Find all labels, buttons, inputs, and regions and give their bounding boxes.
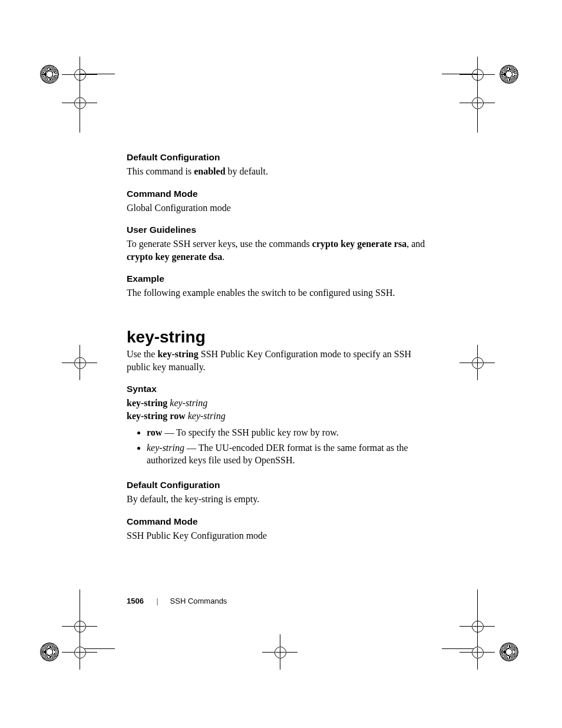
heading-syntax: Syntax xyxy=(127,373,433,396)
syntax-line-1: key-string key-string xyxy=(127,398,433,409)
footer-separator: | xyxy=(157,597,168,605)
text-example: The following example enables the switch… xyxy=(127,286,433,299)
command-description: Use the key-string SSH Public Key Config… xyxy=(127,348,433,373)
registration-mark-icon xyxy=(56,339,103,386)
text-default-configuration-1: This command is enabled by default. xyxy=(127,165,433,178)
heading-example: Example xyxy=(127,263,433,285)
text-default-configuration-2: By default, the key-string is empty. xyxy=(127,493,433,506)
registration-mark-icon xyxy=(256,628,303,676)
heading-user-guidelines: User Guidelines xyxy=(127,214,433,236)
page-number: 1506 xyxy=(127,597,154,605)
text-user-guidelines: To generate SSH server keys, use the com… xyxy=(127,238,433,263)
heading-command-mode-1: Command Mode xyxy=(127,178,433,200)
registration-mark-icon xyxy=(56,51,103,98)
registration-mark-icon xyxy=(454,602,501,650)
registration-rosette-icon xyxy=(500,643,518,661)
heading-command-mode-2: Command Mode xyxy=(127,506,433,528)
syntax-bullet-keystring: key-string — The UU-encoded DER format i… xyxy=(147,442,433,469)
registration-rosette-icon xyxy=(40,643,59,661)
syntax-bullet-list: row — To specify the SSH public key row … xyxy=(127,426,433,469)
command-title: key-string xyxy=(127,299,433,347)
registration-mark-icon xyxy=(454,51,501,98)
registration-mark-icon xyxy=(454,339,501,386)
text-command-mode-1: Global Configuration mode xyxy=(127,202,433,215)
registration-rosette-icon xyxy=(40,65,59,84)
page-footer: 1506 | SSH Commands xyxy=(127,597,227,605)
registration-mark-icon xyxy=(454,79,501,126)
heading-default-configuration-1: Default Configuration xyxy=(127,152,433,164)
chapter-name: SSH Commands xyxy=(170,597,227,605)
syntax-line-2: key-string row key-string xyxy=(127,411,433,421)
syntax-bullet-row: row — To specify the SSH public key row … xyxy=(147,426,433,442)
text-command-mode-2: SSH Public Key Configuration mode xyxy=(127,529,433,542)
registration-rosette-icon xyxy=(500,65,518,84)
registration-mark-icon xyxy=(56,79,103,126)
heading-default-configuration-2: Default Configuration xyxy=(127,469,433,492)
registration-mark-icon xyxy=(56,628,103,676)
registration-mark-icon xyxy=(56,602,103,650)
page-content: Default Configuration This command is en… xyxy=(127,152,433,542)
registration-mark-icon xyxy=(454,628,501,676)
